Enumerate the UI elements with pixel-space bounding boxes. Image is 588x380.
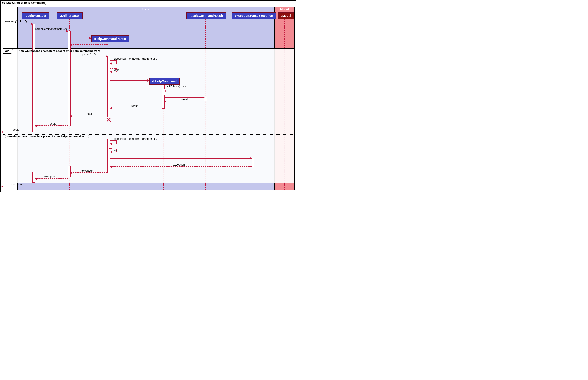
label-false: false — [114, 68, 120, 72]
participant-model: :Model — [278, 12, 294, 19]
activation-logic-manager-2 — [33, 172, 35, 183]
label-exception-3: exception — [44, 175, 57, 178]
participant-help-command-parser: :HelpCommandParser — [91, 35, 129, 42]
arrow-result-hcp — [110, 108, 162, 108]
region-model-title: Model — [280, 8, 289, 11]
label-exception-4: exception — [10, 183, 22, 186]
diagram-title-tab: sd Execution of Help Command — [1, 1, 47, 5]
arrow-exception-return-hcp — [110, 166, 252, 167]
label-true: true — [114, 149, 118, 152]
destroy-hcp-icon — [107, 117, 111, 122]
label-result-5: result — [12, 128, 19, 131]
selfcall-set-validity — [165, 88, 171, 92]
participant-command-result: result:CommandResult — [186, 12, 226, 19]
activation-hc-1 — [162, 85, 165, 109]
arrow-create-exception — [110, 158, 252, 158]
label-parse: parse("...") — [83, 53, 96, 56]
arrow-result-dp — [71, 116, 107, 116]
label-result-3: result — [86, 112, 93, 115]
participant-logic-manager: :LogicManager — [21, 12, 49, 19]
participant-help-command: d:HelpCommand — [149, 78, 180, 85]
label-result-1: result — [181, 97, 188, 101]
arrow-exception-dp — [71, 172, 107, 173]
arrow-parse — [71, 56, 107, 57]
alt-guard-2: [non-whitespace characters present after… — [5, 134, 89, 138]
arrow-result-out — [2, 132, 33, 132]
label-result-2: result — [131, 104, 138, 108]
label-extra-1: doesInputHaveExtraParameters("...") — [114, 57, 160, 60]
label-parse-command: parseCommand("help...") — [35, 27, 67, 31]
sequence-diagram: sd Execution of Help Command Logic Model… — [0, 0, 296, 192]
arrow-execute — [2, 23, 33, 24]
arrow-create-hc — [110, 80, 149, 81]
selfcall-extra-1 — [110, 60, 117, 64]
alt-operator: alt — [3, 49, 13, 54]
arrow-create-hcp — [71, 38, 91, 38]
label-exception-2: exception — [81, 169, 94, 172]
arrow-result-cr-return — [165, 101, 204, 101]
label-extra-2: doesInputHaveExtraParameters("...") — [114, 137, 160, 140]
arrow-exception-out — [2, 186, 33, 186]
activation-logic-manager-1 — [33, 23, 35, 132]
arrow-exception-lm — [35, 178, 68, 179]
arrow-create-hcp-return — [71, 44, 108, 45]
region-logic-title: Logic — [142, 8, 150, 11]
selfcall-extra-2 — [110, 140, 117, 144]
label-exception-1: exception — [173, 163, 185, 166]
alt-frame: alt — [3, 48, 294, 183]
arrow-result-lm — [35, 125, 68, 126]
participant-delino-parser: :DelinoParser — [57, 12, 83, 19]
label-result-4: result — [49, 122, 56, 125]
label-execute: execute("help...") — [5, 20, 27, 23]
label-set-validity: setValidity(true) — [166, 84, 186, 88]
arrow-parse-command — [35, 31, 68, 31]
diagram-title: sd Execution of Help Command — [2, 1, 45, 4]
activation-pe-1 — [252, 158, 254, 167]
alt-guard-1: [non-whitespace characters absent after … — [18, 49, 101, 53]
participant-parse-exception: exception:ParseException — [232, 12, 276, 19]
activation-delino-parser-2 — [68, 166, 71, 177]
